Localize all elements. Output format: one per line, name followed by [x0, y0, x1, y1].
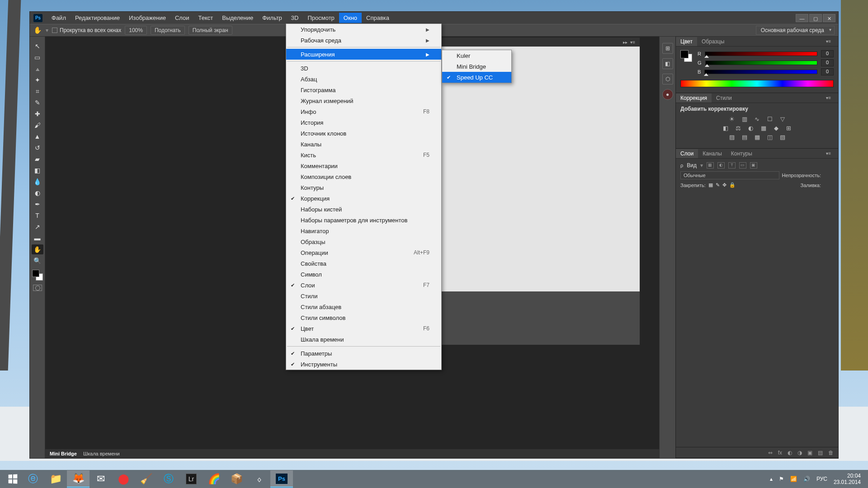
pen-tool[interactable]: ✒	[32, 199, 43, 209]
close-button[interactable]: ✕	[823, 14, 835, 22]
firefox-icon[interactable]: 🦊	[67, 470, 90, 488]
panel-menu-icon[interactable]: ▾≡	[630, 40, 635, 45]
r-slider[interactable]	[705, 52, 817, 56]
menuitem-Образцы[interactable]: Образцы	[286, 236, 441, 247]
zoom-100-button[interactable]: 100%	[125, 26, 147, 35]
b-slider[interactable]	[704, 70, 817, 74]
fx-icon[interactable]: fx	[778, 450, 782, 456]
menuitem-Абзац[interactable]: Абзац	[286, 74, 441, 84]
heal-tool[interactable]: ✚	[32, 109, 43, 119]
dodge-tool[interactable]: ◐	[32, 188, 43, 198]
flag-icon[interactable]: ⚑	[779, 476, 784, 482]
menu-справка[interactable]: Справка	[362, 13, 394, 23]
menuitem-История[interactable]: История	[286, 117, 441, 128]
group-icon[interactable]: ▣	[807, 450, 812, 456]
g-value[interactable]: 0	[821, 59, 834, 66]
adj-hue-icon[interactable]: ◧	[722, 125, 730, 131]
tab-minibridge[interactable]: Mini Bridge	[50, 451, 77, 456]
brush-tool[interactable]: 🖌	[32, 120, 43, 130]
menuitem-Упорядочить[interactable]: Упорядочить▶	[286, 24, 441, 35]
rail-icon-4[interactable]: ●	[662, 89, 673, 100]
nero-icon[interactable]: ⬤	[112, 470, 135, 488]
adj-bw-icon[interactable]: ◐	[747, 125, 755, 131]
tab-adjust[interactable]: Коррекция	[676, 94, 712, 103]
filter-adjust-icon[interactable]: ◐	[717, 162, 725, 169]
rail-icon-1[interactable]: ⊞	[662, 43, 673, 54]
menuitem-Кисть[interactable]: КистьF5	[286, 150, 441, 160]
panel-menu-icon[interactable]: ▾≡	[821, 94, 835, 102]
history-brush-tool[interactable]: ↺	[32, 143, 43, 153]
filter-smart-icon[interactable]: ▣	[750, 162, 757, 169]
menuitem-Композиции слоев[interactable]: Композиции слоев	[286, 171, 441, 182]
ie-icon[interactable]: ⓔ	[22, 470, 44, 488]
menuitem-Навигатор[interactable]: Навигатор	[286, 225, 441, 236]
panel-color-swatch[interactable]	[680, 50, 692, 62]
tray-up-icon[interactable]: ▴	[770, 476, 773, 482]
move-tool[interactable]: ↖	[32, 41, 43, 51]
lock-all-icon[interactable]: 🔒	[729, 182, 736, 188]
menuitem-3D[interactable]: 3D	[286, 63, 441, 74]
rail-icon-2[interactable]: ◧	[662, 58, 673, 69]
menuitem-Наборы кистей[interactable]: Наборы кистей	[286, 204, 441, 215]
quickmask-icon[interactable]	[33, 285, 42, 291]
lightroom-icon[interactable]: Lr	[180, 470, 203, 488]
clock[interactable]: 20:0423.01.2014	[834, 473, 861, 485]
tab-paths[interactable]: Контуры	[726, 149, 757, 158]
panel-menu-icon[interactable]: ▾≡	[821, 38, 835, 45]
zoom-tool[interactable]: 🔍	[32, 256, 43, 266]
b-value[interactable]: 0	[821, 68, 834, 75]
menuitem-Стили[interactable]: Стили	[286, 291, 441, 301]
blend-mode-dropdown[interactable]: Обычные	[680, 171, 779, 179]
submenu-Kuler[interactable]: Kuler	[442, 50, 511, 61]
filter-type-icon[interactable]: T	[728, 162, 736, 169]
adj-gmap-icon[interactable]: ◫	[766, 134, 774, 141]
hand-tool-icon[interactable]: ✋	[33, 26, 42, 34]
submenu-Mini Bridge[interactable]: Mini Bridge	[442, 61, 511, 72]
g-slider[interactable]	[705, 61, 817, 65]
menuitem-Журнал измерений[interactable]: Журнал измерений	[286, 95, 441, 106]
menuitem-Стили символов[interactable]: Стили символов	[286, 312, 441, 323]
menuitem-Инфо[interactable]: ИнфоF8	[286, 106, 441, 117]
explorer-icon[interactable]: 📁	[44, 470, 67, 488]
tab-layers[interactable]: Слои	[676, 149, 698, 158]
menu-выделение[interactable]: Выделение	[217, 13, 258, 23]
start-button[interactable]	[4, 472, 22, 486]
app-icon-2[interactable]: 📦	[225, 470, 248, 488]
adj-vibrance-icon[interactable]: ▽	[778, 116, 787, 122]
adj-invert-icon[interactable]: ▨	[728, 134, 736, 141]
adj-lookup-icon[interactable]: ⊞	[785, 125, 793, 131]
menu-окно[interactable]: Окно	[339, 13, 362, 23]
adj-selcol-icon[interactable]: ▧	[778, 134, 787, 141]
adj-mixer-icon[interactable]: ◆	[772, 125, 780, 131]
menuitem-Инструменты[interactable]: Инструменты	[286, 359, 441, 370]
maximize-button[interactable]: ▢	[809, 14, 822, 22]
menuitem-Операции[interactable]: ОперацииAlt+F9	[286, 247, 441, 258]
adj-exposure-icon[interactable]: ☐	[766, 116, 774, 122]
full-button[interactable]: Полный экран	[189, 26, 232, 35]
adj-brightness-icon[interactable]: ☀	[728, 116, 736, 122]
volume-icon[interactable]: 🔊	[803, 476, 810, 482]
ccleaner-icon[interactable]: 🧹	[135, 470, 157, 488]
thunderbird-icon[interactable]: ✉	[90, 470, 112, 488]
menu-редактирование[interactable]: Редактирование	[71, 13, 124, 23]
skype-icon[interactable]: Ⓢ	[157, 470, 180, 488]
menuitem-Контуры[interactable]: Контуры	[286, 182, 441, 193]
menuitem-Цвет[interactable]: ЦветF6	[286, 323, 441, 334]
fit-button[interactable]: Подогнать	[151, 26, 185, 35]
workspace-dropdown[interactable]: Основная рабочая среда	[756, 26, 835, 35]
menu-файл[interactable]: Файл	[47, 13, 71, 23]
adj-cbalance-icon[interactable]: ⚖	[734, 125, 742, 131]
marquee-tool[interactable]: ▭	[32, 52, 43, 62]
filter-shape-icon[interactable]: ▭	[739, 162, 746, 169]
menuitem-Каналы[interactable]: Каналы	[286, 139, 441, 150]
photoshop-taskbar-icon[interactable]: Ps	[270, 470, 293, 488]
trash-icon[interactable]: 🗑	[828, 450, 834, 456]
crop-tool[interactable]: ⌗	[32, 86, 43, 96]
blur-tool[interactable]: 💧	[32, 177, 43, 187]
adj-curves-icon[interactable]: ∿	[753, 116, 761, 122]
eraser-tool[interactable]: ▰	[32, 154, 43, 164]
menuitem-Гистограмма[interactable]: Гистограмма	[286, 84, 441, 95]
menu-слои[interactable]: Слои	[170, 13, 194, 23]
filter-pixel-icon[interactable]: ▦	[707, 162, 714, 169]
menuitem-Слои[interactable]: СлоиF7	[286, 280, 441, 291]
